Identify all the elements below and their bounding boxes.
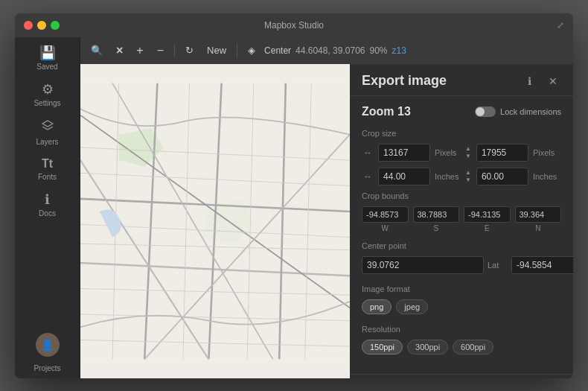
toolbar: 🔍 × + − ↻ New ◈ Center 44.6048, 39.0706 … xyxy=(80,37,573,64)
format-row: Image format png jpeg xyxy=(362,284,561,314)
sidebar-item-projects[interactable]: 👤 Projects xyxy=(15,327,80,378)
close-button[interactable] xyxy=(24,21,33,30)
width-in-icon: ↔ xyxy=(362,171,374,182)
layers-icon xyxy=(41,119,54,135)
resolution-row: Resolution 150ppi 300ppi 600ppi xyxy=(362,325,561,355)
height-in-unit: Inches xyxy=(533,172,560,181)
stepper-up[interactable]: ▲ xyxy=(464,145,472,153)
window-title: Mapbox Studio xyxy=(264,20,324,31)
sidebar-item-fonts[interactable]: Tt Fonts xyxy=(15,152,80,187)
stepper-down[interactable]: ▼ xyxy=(464,153,472,160)
sidebar-label-saved: Saved xyxy=(36,63,57,71)
bound-e-dir: E xyxy=(485,224,490,232)
lat-label: Lat xyxy=(488,261,505,270)
sidebar-item-saved[interactable]: 💾 Saved xyxy=(15,40,80,77)
close-export-button[interactable]: ✕ xyxy=(545,73,561,89)
user-avatar: 👤 xyxy=(36,333,60,357)
sidebar-item-layers[interactable]: Layers xyxy=(15,113,80,152)
sidebar-label-settings: Settings xyxy=(33,99,60,107)
lng-group: Lng xyxy=(511,256,573,274)
sidebar-label-fonts: Fonts xyxy=(38,173,57,181)
height-px-input[interactable] xyxy=(476,144,528,162)
export-panel: Export image ℹ ✕ Zoom 13 Lock dimen xyxy=(350,64,573,378)
content-wrapper: 🔍 × + − ↻ New ◈ Center 44.6048, 39.0706 … xyxy=(80,37,573,378)
bound-e-input[interactable] xyxy=(464,206,511,223)
format-pill-group: png jpeg xyxy=(362,299,561,314)
bound-s-dir: N xyxy=(535,224,540,232)
stepper-up-in[interactable]: ▲ xyxy=(464,169,472,177)
search-button[interactable]: 🔍 xyxy=(86,43,107,57)
settings-icon: ⚙ xyxy=(42,83,54,96)
toolbar-coordinates: 44.6048, 39.0706 xyxy=(295,45,365,56)
export-body: Zoom 13 Lock dimensions Crop size ↔ xyxy=(350,96,573,374)
height-px-group: ▲ ▼ Pixels xyxy=(467,144,561,162)
docs-icon: ℹ xyxy=(45,193,50,206)
export-header-icons: ℹ ✕ xyxy=(521,73,561,89)
crop-bounds-label: Crop bounds xyxy=(362,191,561,200)
width-px-group: ↔ Pixels xyxy=(362,144,461,162)
format-jpeg[interactable]: jpeg xyxy=(396,299,428,314)
titlebar: Mapbox Studio ⤢ xyxy=(15,13,573,37)
traffic-lights xyxy=(24,21,60,30)
new-button[interactable]: New xyxy=(202,43,231,57)
separator2 xyxy=(237,44,237,57)
fonts-icon: Tt xyxy=(42,158,53,170)
width-in-input[interactable] xyxy=(378,168,430,185)
lat-input[interactable] xyxy=(362,256,484,274)
height-in-stepper[interactable]: ▲ ▼ xyxy=(464,169,472,184)
export-header: Export image ℹ ✕ xyxy=(350,64,573,96)
fullscreen-icon[interactable]: ⤢ xyxy=(557,20,564,31)
zoom-in-button[interactable]: × xyxy=(112,42,127,59)
info-button[interactable]: ℹ xyxy=(521,73,537,89)
zoom-label: Zoom 13 xyxy=(362,105,411,118)
rotate-button[interactable]: ↻ xyxy=(181,43,198,57)
height-in-input[interactable] xyxy=(476,168,528,185)
crop-size-label: Crop size xyxy=(362,129,561,138)
width-in-unit: Inches xyxy=(435,172,461,181)
sidebar-label-docs: Docs xyxy=(39,209,56,217)
lng-input[interactable] xyxy=(511,256,573,274)
zoom-row: Zoom 13 Lock dimensions xyxy=(362,105,561,118)
height-stepper[interactable]: ▲ ▼ xyxy=(464,145,472,160)
bound-s-group: N xyxy=(515,206,562,232)
bound-w-dir: W xyxy=(382,224,389,232)
bound-n-dir: S xyxy=(433,224,438,232)
center-point-label: Center point xyxy=(362,241,561,250)
lock-dimensions-toggle[interactable]: Lock dimensions xyxy=(475,107,561,117)
resolution-600[interactable]: 600ppi xyxy=(453,340,493,355)
format-png[interactable]: png xyxy=(362,299,392,314)
sidebar-item-settings[interactable]: ⚙ Settings xyxy=(15,77,80,113)
map-container[interactable] xyxy=(80,64,350,378)
image-format-label: Image format xyxy=(362,284,561,293)
export-footer: 💾 Download xyxy=(350,374,573,378)
bound-w-group: W xyxy=(362,206,409,232)
height-px-unit: Pixels xyxy=(533,148,560,157)
add-button[interactable]: + xyxy=(132,42,147,59)
crop-bounds-row: W S E N xyxy=(362,206,561,232)
toggle-switch[interactable] xyxy=(475,107,496,117)
resolution-150[interactable]: 150ppi xyxy=(362,340,403,355)
bound-s-input[interactable] xyxy=(515,206,562,223)
resolution-300[interactable]: 300ppi xyxy=(407,340,448,355)
center-point-row: Lat Lng xyxy=(362,256,561,274)
minimize-button[interactable] xyxy=(37,21,46,30)
sidebar-bottom: 👤 Projects xyxy=(15,327,80,378)
sidebar-item-docs[interactable]: ℹ Docs xyxy=(15,187,80,223)
sidebar: 💾 Saved ⚙ Settings Layers Tt Fonts xyxy=(15,37,80,378)
compass-button[interactable]: ◈ xyxy=(243,43,260,57)
width-px-input[interactable] xyxy=(378,144,430,162)
bound-e-group: E xyxy=(464,206,511,232)
sidebar-label-layers: Layers xyxy=(36,138,58,146)
stepper-down-in[interactable]: ▼ xyxy=(464,177,472,184)
bound-w-input[interactable] xyxy=(362,206,409,223)
bound-n-input[interactable] xyxy=(413,206,460,223)
crop-width-px-row: ↔ Pixels ▲ ▼ Pixels xyxy=(362,144,561,162)
separator xyxy=(174,44,175,57)
toolbar-zoom-percent: 90% xyxy=(370,45,388,56)
remove-button[interactable]: − xyxy=(153,42,168,59)
saved-icon: 💾 xyxy=(39,46,56,60)
content-area: Export image ℹ ✕ Zoom 13 Lock dimen xyxy=(80,64,573,378)
toolbar-zoom-level: z13 xyxy=(392,45,406,56)
maximize-button[interactable] xyxy=(51,21,60,30)
width-in-group: ↔ Inches xyxy=(362,168,461,185)
